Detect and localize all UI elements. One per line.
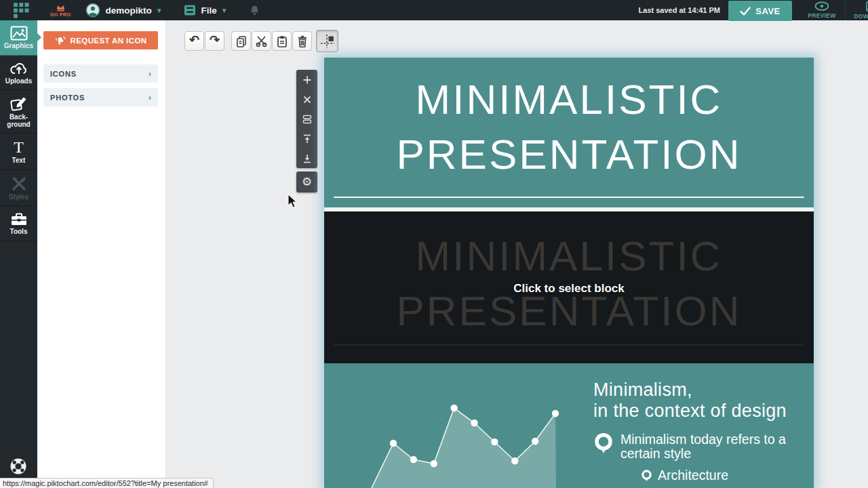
slide1-divider-line — [334, 197, 804, 198]
presentation-page[interactable]: MINIMALISTIC PRESENTATION MINIMALISTIC P… — [324, 58, 814, 488]
check-icon — [740, 7, 751, 16]
request-an-icon-label: REQUEST AN ICON — [71, 37, 147, 45]
download-button[interactable]: DOWNLOAD — [850, 1, 868, 20]
delete-block-button[interactable] — [296, 89, 317, 109]
status-bar-url: https://magic.piktochart.com/editor/552?… — [0, 478, 214, 488]
slide-block-2[interactable]: MINIMALISTIC PRESENTATION Click to selec… — [324, 211, 814, 363]
move-block-up-button[interactable] — [296, 129, 317, 148]
sidebar-item-text[interactable]: T Text — [0, 134, 37, 170]
clone-block-button[interactable] — [296, 109, 317, 129]
last-saved-status: Last saved at 14:41 PM — [612, 6, 720, 14]
notifications-bell-icon[interactable] — [250, 5, 260, 16]
sidebar-item-label: Uploads — [5, 78, 32, 85]
slide2-divider-line — [334, 344, 804, 346]
topbar-divider — [845, 1, 846, 19]
sidebar-item-label: Graphics — [4, 43, 33, 50]
mouse-cursor — [288, 194, 298, 209]
ringing-bell-icon — [55, 35, 66, 45]
cloud-upload-icon — [9, 61, 28, 76]
sidebar-item-uploads[interactable]: Uploads — [0, 56, 37, 91]
eye-icon — [814, 1, 829, 11]
slide3-bullet-2[interactable]: Architecture — [641, 468, 810, 483]
file-cabinet-icon — [183, 3, 197, 17]
section-label: ICONS — [50, 70, 77, 78]
bullet-text: Architecture — [658, 468, 728, 483]
block-settings-button[interactable]: ⚙ — [296, 171, 317, 192]
sidebar-item-label: Styles — [9, 194, 28, 201]
add-block-button[interactable] — [296, 70, 317, 89]
left-sidebar: Graphics Uploads Back- ground T Text Sty… — [0, 20, 37, 488]
text-icon: T — [14, 139, 24, 155]
graphics-panel: REQUEST AN ICON ICONS › PHOTOS › — [37, 20, 166, 488]
slide3-bullet-1[interactable]: Minimalism today refers to a certain sty… — [593, 432, 810, 462]
gear-icon: ⚙ — [302, 176, 312, 188]
toolbox-icon — [10, 211, 28, 226]
sidebar-item-label: Text — [12, 157, 26, 165]
go-pro-label: GO PRO — [50, 12, 71, 17]
redo-button[interactable]: ↷ — [205, 31, 224, 51]
scissors-icon — [255, 35, 268, 47]
delete-button[interactable] — [292, 31, 312, 51]
file-menu[interactable]: File ▼ — [183, 3, 228, 17]
arrow-down-to-line-icon — [302, 153, 313, 164]
go-pro-button[interactable]: GO PRO — [50, 4, 71, 17]
piktochart-logo[interactable] — [12, 2, 33, 20]
paste-button[interactable] — [272, 31, 292, 51]
copy-icon — [235, 35, 248, 48]
block-toolbar — [296, 70, 317, 168]
chevron-down-icon[interactable]: ▼ — [156, 7, 163, 14]
chevron-right-icon: › — [149, 92, 151, 102]
slide1-title[interactable]: MINIMALISTIC PRESENTATION — [324, 73, 814, 182]
download-label: DOWNLOAD — [854, 13, 868, 20]
pin-icon — [641, 470, 652, 483]
image-icon — [10, 26, 28, 41]
undo-icon: ↶ — [189, 34, 199, 46]
sidebar-item-background[interactable]: Back- ground — [0, 90, 37, 134]
chevron-down-icon[interactable]: ▼ — [221, 7, 228, 14]
sidebar-item-styles[interactable]: Styles — [0, 170, 37, 207]
sidebar-item-graphics[interactable]: Graphics — [0, 20, 37, 56]
crown-icon — [56, 4, 66, 12]
clipboard-paste-icon — [275, 35, 289, 48]
clone-block-icon — [302, 114, 313, 125]
editor-canvas[interactable]: ↶ ↷ — [166, 20, 868, 488]
area-chart — [324, 367, 583, 488]
cut-button[interactable] — [252, 31, 271, 51]
save-label: SAVE — [755, 6, 780, 16]
section-label: PHOTOS — [50, 94, 85, 102]
undo-button[interactable]: ↶ — [184, 31, 204, 51]
sidebar-item-label: Back- ground — [0, 114, 37, 128]
copy-button[interactable] — [231, 31, 251, 51]
top-bar: GO PRO demopikto ▼ File ▼ Last saved at … — [0, 0, 868, 20]
slide3-heading[interactable]: Minimalism, in the context of design — [593, 380, 810, 422]
slide-block-1[interactable]: MINIMALISTIC PRESENTATION — [324, 58, 814, 207]
plus-icon — [302, 75, 312, 85]
arrow-up-to-line-icon — [302, 134, 313, 144]
save-button[interactable]: SAVE — [728, 1, 792, 21]
sidebar-item-label: Tools — [10, 228, 28, 236]
sidebar-item-tools[interactable]: Tools — [0, 206, 37, 241]
chevron-right-icon: › — [149, 68, 151, 79]
bullet-text: Minimalism today refers to a certain sty… — [620, 432, 786, 462]
paint-icon — [10, 96, 28, 112]
slide-block-3[interactable]: Minimalism, in the context of design Min… — [324, 363, 814, 488]
align-grid-icon — [320, 34, 335, 49]
trash-icon — [296, 35, 309, 48]
click-to-select-block-label[interactable]: Click to select block — [324, 282, 814, 296]
file-menu-label: File — [201, 5, 217, 16]
align-toggle-button[interactable] — [316, 30, 338, 52]
section-icons[interactable]: ICONS › — [43, 64, 158, 83]
crossed-tools-icon — [11, 176, 27, 192]
username-label: demopikto — [105, 5, 151, 16]
request-an-icon-button[interactable]: REQUEST AN ICON — [43, 31, 158, 49]
section-photos[interactable]: PHOTOS › — [43, 88, 158, 106]
help-ring-icon[interactable] — [9, 457, 28, 476]
slide3-text-column: Minimalism, in the context of design Min… — [593, 380, 810, 483]
close-icon — [303, 96, 311, 104]
redo-icon: ↷ — [210, 34, 220, 46]
pin-icon — [593, 432, 614, 457]
preview-button[interactable]: PREVIEW — [803, 1, 841, 19]
move-block-down-button[interactable] — [296, 148, 317, 168]
preview-label: PREVIEW — [808, 12, 835, 19]
avatar[interactable] — [85, 3, 100, 18]
